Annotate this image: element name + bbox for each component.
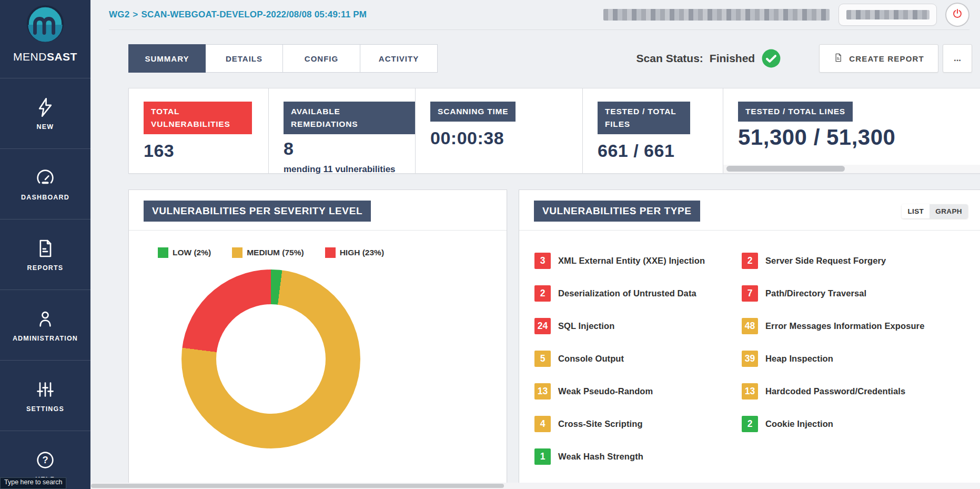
os-search-tooltip[interactable]: Type here to search — [0, 477, 66, 489]
vulnerability-type-row[interactable]: 2 Cookie Injection — [742, 407, 980, 440]
vulnerability-type-row[interactable]: 39 Heap Inspection — [742, 342, 980, 375]
scan-status: Scan Status: Finished — [637, 48, 782, 68]
mend-logo-icon — [25, 3, 66, 46]
chart-legend: LOW (2%) MEDIUM (75%) HIGH (23%) — [129, 247, 413, 258]
panels-row: VULNERABILITIES PER SEVERITY LEVEL LOW (… — [128, 189, 980, 489]
type-label: XML External Entity (XXE) Injection — [558, 256, 705, 266]
vulnerability-type-row[interactable]: 13 Hardcoded Password/Credentials — [742, 375, 980, 407]
brand-logo[interactable]: MENDSAST — [0, 0, 90, 78]
vulnerability-type-row[interactable]: 24 SQL Injection — [534, 310, 742, 342]
type-label: Cross-Site Scripting — [558, 419, 643, 429]
scan-status-label: Scan Status: — [637, 52, 703, 65]
stat-card-total-vulnerabilities: TOTAL VULNERABILITIES 163 — [128, 88, 269, 174]
vulnerability-types-list: 3 XML External Entity (XXE) Injection 2 … — [534, 244, 980, 473]
brand-name: MENDSAST — [13, 51, 77, 63]
document-icon — [35, 238, 56, 259]
stat-label: AVAILABLE REMEDIATIONS — [284, 102, 415, 134]
sliders-icon — [35, 379, 56, 400]
type-count-badge: 48 — [742, 318, 758, 334]
breadcrumb-scan-name: SCAN-WEBGOAT-DEVELOP-2022/08/08 05:49:11… — [141, 9, 367, 19]
type-count-badge: 24 — [534, 318, 551, 334]
page-scrollbar-track — [90, 483, 980, 489]
type-label: Server Side Request Forgery — [765, 256, 886, 266]
legend-item: HIGH (23%) — [325, 247, 384, 258]
type-label: Weak Pseudo-Random — [558, 386, 653, 396]
create-report-label: CREATE REPORT — [849, 54, 924, 63]
legend-label: HIGH (23%) — [340, 248, 384, 257]
sidebar-item-new[interactable]: NEW — [0, 78, 90, 148]
type-count-badge: 2 — [742, 416, 758, 432]
vulnerability-type-row[interactable]: 13 Weak Pseudo-Random — [534, 375, 742, 407]
sidebar-item-settings[interactable]: SETTINGS — [0, 360, 90, 431]
legend-swatch — [158, 247, 168, 258]
sidebar: MENDSAST NEW DASHBOARD REPORTS ADMINISTR — [0, 0, 90, 489]
sidebar-item-label: NEW — [37, 123, 54, 131]
type-count-badge: 2 — [742, 253, 758, 269]
question-circle-icon: ? — [35, 450, 56, 471]
redacted-account-selector[interactable] — [838, 4, 937, 26]
stat-label: SCANNING TIME — [430, 102, 516, 122]
breadcrumb[interactable]: WG2>SCAN-WEBGOAT-DEVELOP-2022/08/08 05:4… — [109, 9, 603, 20]
scan-status-value: Finished — [710, 52, 755, 65]
sidebar-item-reports[interactable]: REPORTS — [0, 219, 90, 290]
legend-item: MEDIUM (75%) — [232, 247, 304, 258]
tab-summary[interactable]: SUMMARY — [128, 44, 206, 73]
type-label: Path/Directory Traversal — [765, 288, 866, 298]
stat-card-scanning-time: SCANNING TIME 00:00:38 — [416, 88, 583, 174]
stat-value: 661 / 661 — [598, 141, 723, 161]
top-header: WG2>SCAN-WEBGOAT-DEVELOP-2022/08/08 05:4… — [109, 0, 969, 30]
stat-card-tested-total-files: TESTED / TOTAL FILES 661 / 661 — [583, 88, 723, 174]
severity-donut-chart — [181, 270, 360, 448]
lightning-icon — [35, 97, 56, 118]
tab-activity[interactable]: ACTIVITY — [360, 44, 438, 73]
stat-card-available-remediations: AVAILABLE REMEDIATIONS 8 mending 11 vuln… — [269, 88, 416, 174]
stat-subtext: mending 11 vulnerabilities — [284, 164, 415, 175]
stat-value: 163 — [144, 141, 268, 161]
create-report-button[interactable]: CREATE REPORT — [819, 44, 938, 73]
vulnerability-type-row[interactable]: 48 Error Messages Information Exposure — [742, 310, 980, 342]
speedometer-icon — [35, 167, 56, 188]
types-panel-title: VULNERABILITIES PER TYPE — [534, 201, 700, 222]
vulnerability-type-row[interactable]: 7 Path/Directory Traversal — [742, 277, 980, 310]
stat-label: TESTED / TOTAL LINES — [738, 102, 853, 122]
check-circle-icon — [761, 48, 781, 68]
type-count-badge: 7 — [742, 285, 758, 302]
stats-row: TOTAL VULNERABILITIES 163 AVAILABLE REME… — [128, 88, 980, 174]
report-file-icon — [833, 53, 843, 64]
tab-config[interactable]: CONFIG — [283, 44, 360, 73]
sidebar-item-label: DASHBOARD — [21, 194, 69, 201]
stat-value: 00:00:38 — [430, 128, 582, 148]
redacted-text — [846, 10, 930, 19]
vulnerability-type-row[interactable]: 2 Deserialization of Untrusted Data — [534, 277, 742, 310]
redacted-user-info — [603, 9, 830, 21]
vulnerability-type-row[interactable]: 5 Console Output — [534, 342, 742, 375]
toggle-list[interactable]: LIST — [902, 204, 930, 218]
breadcrumb-separator: > — [133, 9, 138, 19]
sidebar-item-dashboard[interactable]: DASHBOARD — [0, 148, 90, 219]
stat-value: 51,300 / 51,300 — [738, 125, 980, 150]
person-icon — [35, 308, 56, 330]
breadcrumb-project[interactable]: WG2 — [109, 9, 129, 19]
legend-item: LOW (2%) — [158, 247, 211, 258]
vulnerability-type-row[interactable]: 2 Server Side Request Forgery — [742, 244, 980, 277]
type-count-badge: 13 — [534, 383, 551, 400]
vulnerability-type-row[interactable]: 1 Weak Hash Strength — [534, 440, 742, 473]
list-graph-toggle: LIST GRAPH — [902, 204, 968, 218]
card-scrollbar-thumb[interactable] — [726, 166, 845, 172]
more-options-button[interactable]: ... — [943, 44, 972, 73]
page-scrollbar-thumb[interactable] — [91, 484, 504, 488]
divider — [129, 230, 507, 231]
sidebar-item-administration[interactable]: ADMINISTRATION — [0, 290, 90, 360]
severity-panel-title: VULNERABILITIES PER SEVERITY LEVEL — [144, 201, 371, 222]
vulnerability-type-row[interactable]: 4 Cross-Site Scripting — [534, 407, 742, 440]
type-count-badge: 4 — [534, 416, 551, 432]
tab-details[interactable]: DETAILS — [206, 44, 283, 73]
logout-power-button[interactable] — [945, 3, 969, 27]
type-label: Hardcoded Password/Credentials — [765, 386, 905, 396]
type-label: Deserialization of Untrusted Data — [558, 288, 696, 298]
type-count-badge: 1 — [534, 448, 551, 465]
sidebar-item-label: SETTINGS — [26, 405, 64, 413]
toggle-graph[interactable]: GRAPH — [930, 204, 968, 218]
stat-label: TOTAL VULNERABILITIES — [144, 102, 252, 134]
vulnerability-type-row[interactable]: 3 XML External Entity (XXE) Injection — [534, 244, 742, 277]
